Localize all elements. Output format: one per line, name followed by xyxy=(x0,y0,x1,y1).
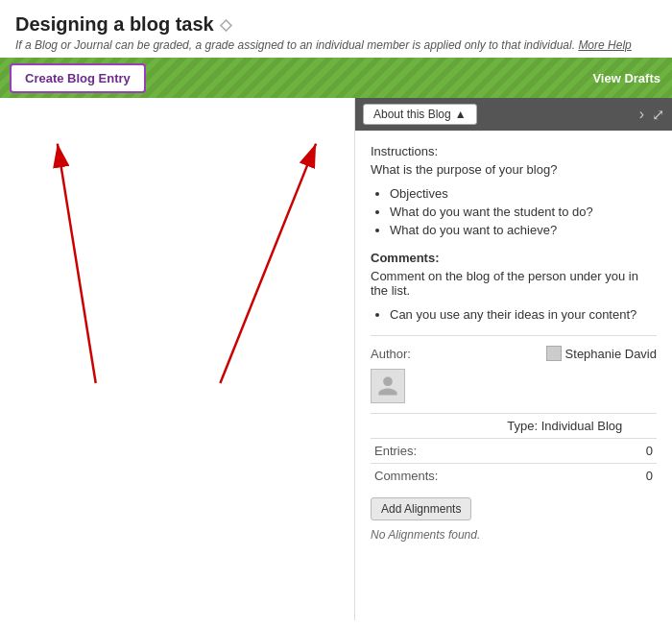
author-label: Author: xyxy=(371,347,411,361)
type-label: Type: Individual Blog xyxy=(371,414,626,439)
author-row: Author: Stephanie David xyxy=(371,346,657,361)
comments-row-label: Comments: xyxy=(371,464,626,489)
comments-list: Can you use any their ideas in your cont… xyxy=(390,307,657,322)
create-blog-entry-button[interactable]: Create Blog Entry xyxy=(10,63,146,93)
author-name: Stephanie David xyxy=(546,346,657,361)
list-item: Can you use any their ideas in your cont… xyxy=(390,307,657,322)
view-drafts-button[interactable]: View Drafts xyxy=(592,71,660,85)
more-help-link[interactable]: More Help xyxy=(578,38,631,52)
info-section: Author: Stephanie David Type: Individual… xyxy=(371,335,657,542)
user-icon xyxy=(376,374,399,398)
tab-bar: About this Blog ▲ › ⤢ xyxy=(355,98,672,131)
no-alignments-text: No Alignments found. xyxy=(371,528,657,542)
page-header: Designing a blog task ◇ If a Blog or Jou… xyxy=(0,0,672,58)
avatar-large xyxy=(371,369,405,403)
content-area: Instructions: What is the purpose of you… xyxy=(355,131,672,620)
comments-row: Comments: 0 xyxy=(371,464,657,489)
about-this-blog-tab[interactable]: About this Blog ▲ xyxy=(363,104,477,125)
page-title: Designing a blog task ◇ xyxy=(15,13,657,36)
toolbar: Create Blog Entry View Drafts xyxy=(0,58,672,98)
comments-heading: Comments: xyxy=(371,251,657,265)
list-item: What do you want the student to do? xyxy=(390,205,657,219)
tab-bar-icons: › ⤢ xyxy=(639,106,664,124)
arrows-svg xyxy=(0,98,354,620)
svg-line-3 xyxy=(220,144,316,383)
title-text: Designing a blog task xyxy=(15,13,214,36)
expand-icon[interactable]: ⤢ xyxy=(652,106,664,124)
avatar-small xyxy=(546,346,562,361)
type-row: Type: Individual Blog xyxy=(371,414,657,439)
instructions-question: What is the purpose of your blog? xyxy=(371,162,657,177)
entries-label: Entries: xyxy=(371,439,626,464)
right-panel: About this Blog ▲ › ⤢ Instructions: What… xyxy=(355,98,672,620)
list-item: What do you want to achieve? xyxy=(390,223,657,237)
add-alignments-button[interactable]: Add Alignments xyxy=(371,497,471,520)
main-layout: About this Blog ▲ › ⤢ Instructions: What… xyxy=(0,98,672,620)
chevron-down-icon: ▲ xyxy=(455,108,467,121)
entries-value: 0 xyxy=(626,439,657,464)
next-icon[interactable]: › xyxy=(639,106,644,123)
left-panel xyxy=(0,98,355,620)
tab-label: About this Blog xyxy=(373,108,451,121)
instructions-list: Objectives What do you want the student … xyxy=(390,186,657,237)
svg-line-2 xyxy=(58,144,96,383)
comments-description: Comment on the blog of the person under … xyxy=(371,269,657,298)
comments-row-value: 0 xyxy=(626,464,657,489)
list-item: Objectives xyxy=(390,186,657,201)
page-subtitle: If a Blog or Journal can be graded, a gr… xyxy=(15,38,657,52)
instructions-label: Instructions: xyxy=(371,144,657,158)
arrow-container xyxy=(0,98,354,620)
entries-row: Entries: 0 xyxy=(371,439,657,464)
info-table: Type: Individual Blog Entries: 0 Comment… xyxy=(371,413,657,488)
title-icon: ◇ xyxy=(220,15,231,34)
